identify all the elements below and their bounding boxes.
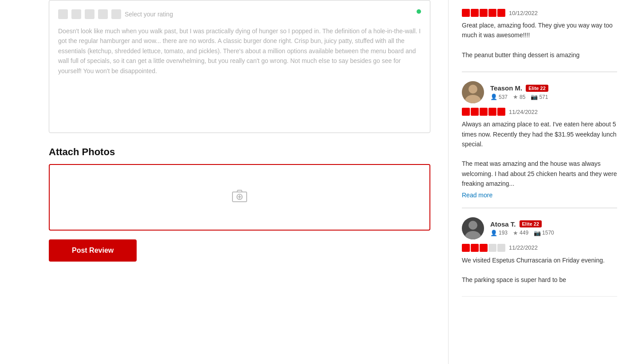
photo-icon: 📷	[531, 94, 538, 100]
avatar-atosa	[462, 217, 484, 239]
review-text[interactable]: Doesn't look like much when you walk pas…	[58, 26, 421, 76]
review-date-teason: 11/24/2022	[509, 109, 538, 115]
reviewer-name-atosa: Atosa T.	[490, 220, 516, 228]
star-t4	[488, 108, 496, 116]
review-icon: ★	[513, 94, 518, 100]
reviewer-stats-atosa: 👤 193 ★ 449 📷 1570	[490, 230, 617, 236]
review-body-atosa-2: The parking space is super hard to be	[462, 275, 617, 285]
photos-count: 571	[539, 94, 548, 100]
read-more-link-teason[interactable]: Read more	[462, 192, 492, 199]
review-body-2: The peanut butter thing dessert is amazi…	[462, 50, 617, 60]
reviews-count: 85	[520, 94, 525, 100]
reviewer-name: Teason M.	[490, 84, 522, 92]
review-body-atosa-1: We visited Espetus Churrascaria on Frida…	[462, 255, 617, 265]
svg-point-8	[469, 221, 477, 230]
stat-reviews: ★ 85	[513, 94, 525, 100]
review-body: Great place, amazing food. They give you…	[462, 20, 617, 40]
stars-row-atosa: 11/22/2022	[462, 244, 617, 252]
star-t2	[471, 108, 479, 116]
review-input-box: Select your rating Doesn't look like muc…	[49, 0, 430, 133]
reviewer-name-row: Teason M. Elite 22	[490, 84, 617, 92]
friends-count-atosa: 193	[499, 230, 508, 236]
stars-container-teason	[462, 108, 505, 116]
review-card-partial: 10/12/2022 Great place, amazing food. Th…	[462, 0, 617, 72]
elite-badge-atosa: Elite 22	[520, 220, 542, 227]
friend-icon: 👤	[490, 94, 497, 100]
reviewer-header-teason: Teason M. Elite 22 👤 537 ★ 85	[462, 81, 617, 103]
star-a5	[497, 244, 505, 252]
camera-icon	[232, 188, 248, 206]
stars-row-teason: 11/24/2022	[462, 108, 617, 116]
reviews-count-atosa: 449	[520, 230, 528, 236]
review-date: 10/12/2022	[509, 10, 538, 16]
star-5[interactable]	[111, 9, 121, 19]
review-card-teason: Teason M. Elite 22 👤 537 ★ 85	[462, 72, 617, 207]
post-review-button[interactable]: Post Review	[49, 239, 137, 262]
star-a1	[462, 244, 470, 252]
online-indicator	[417, 9, 421, 14]
star-filled-4	[488, 9, 496, 17]
attach-photos-title: Attach Photos	[49, 146, 430, 158]
stars-container-atosa	[462, 244, 505, 252]
svg-point-5	[469, 85, 477, 94]
stars-container	[462, 9, 505, 17]
stat-friends-atosa: 👤 193	[490, 230, 508, 236]
reviewer-name-row-atosa: Atosa T. Elite 22	[490, 220, 617, 228]
right-column: 10/12/2022 Great place, amazing food. Th…	[448, 0, 626, 364]
stat-photos-atosa: 📷 1570	[534, 230, 554, 236]
review-body-teason-2: The meat was amazing and the house was a…	[462, 159, 617, 188]
reviewer-stats: 👤 537 ★ 85 📷 571	[490, 94, 617, 100]
friends-count: 537	[499, 94, 508, 100]
star-filled-5	[497, 9, 505, 17]
left-column: Select your rating Doesn't look like muc…	[0, 0, 448, 364]
attach-photos-section: Attach Photos	[49, 146, 430, 231]
review-body-teason-1: Always an amazing place to eat. I've eat…	[462, 119, 617, 149]
stat-friends: 👤 537	[490, 94, 508, 100]
star-t1	[462, 108, 470, 116]
star-t5	[497, 108, 505, 116]
star-a4	[488, 244, 496, 252]
star-filled-1	[462, 9, 470, 17]
stat-photos: 📷 571	[531, 94, 548, 100]
star-a3	[480, 244, 488, 252]
reviewer-header-atosa: Atosa T. Elite 22 👤 193 ★ 449	[462, 217, 617, 239]
elite-badge: Elite 22	[526, 85, 548, 92]
photo-upload-box[interactable]	[49, 164, 430, 231]
stars-row: 10/12/2022	[462, 9, 617, 17]
stat-reviews-atosa: ★ 449	[513, 230, 528, 236]
star-filled-2	[471, 9, 479, 17]
photo-icon-atosa: 📷	[534, 230, 541, 236]
star-filled-3	[480, 9, 488, 17]
star-2[interactable]	[71, 9, 81, 19]
star-3[interactable]	[85, 9, 94, 19]
star-t3	[480, 108, 488, 116]
friend-icon-atosa: 👤	[490, 230, 497, 236]
reviewer-info-teason: Teason M. Elite 22 👤 537 ★ 85	[490, 84, 617, 100]
rating-label: Select your rating	[125, 11, 173, 18]
review-icon-atosa: ★	[513, 230, 518, 236]
star-a2	[471, 244, 479, 252]
review-card-atosa: Atosa T. Elite 22 👤 193 ★ 449	[462, 208, 617, 297]
avatar-teason	[462, 81, 484, 103]
rating-row: Select your rating	[58, 9, 421, 19]
review-date-atosa: 11/22/2022	[509, 244, 538, 251]
star-1[interactable]	[58, 9, 68, 19]
reviewer-info-atosa: Atosa T. Elite 22 👤 193 ★ 449	[490, 220, 617, 236]
star-4[interactable]	[98, 9, 108, 19]
photos-count-atosa: 1570	[542, 230, 554, 236]
